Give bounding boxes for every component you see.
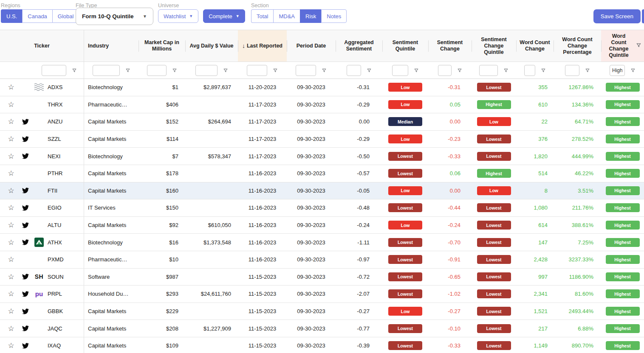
table-row-soun[interactable]: ☆SHSOUNSoftware$98711-15-202309-30-2023-…	[0, 269, 644, 286]
filter-input-agg[interactable]	[347, 65, 361, 76]
section-button-mdanda[interactable]: MD&A	[273, 9, 300, 23]
table-row-anzu[interactable]: ☆ANZUCapital Markets$152$264,69411-17-20…	[0, 113, 644, 131]
column-header-sc[interactable]: Sentiment Change	[428, 30, 472, 62]
universe-button-watchlist[interactable]: Watchlist▼	[158, 9, 198, 23]
filter-active-icon[interactable]	[636, 42, 641, 50]
table-row-athx[interactable]: ☆ATHXBiotechnology$16$1,373,54811-16-202…	[0, 234, 644, 251]
section-button-notes[interactable]: Notes	[321, 9, 347, 23]
filter-input-pct[interactable]	[565, 65, 579, 76]
star-icon[interactable]: ☆	[7, 186, 15, 195]
star-icon[interactable]: ☆	[7, 238, 15, 247]
star-icon[interactable]: ☆	[7, 272, 15, 281]
cell-value: 217	[538, 325, 548, 332]
table-row-nexi[interactable]: ☆NEXIBiotechnology$7$578,34711-17-202309…	[0, 148, 644, 165]
filter-funnel-icon[interactable]	[585, 68, 590, 73]
twitter-icon[interactable]	[21, 222, 30, 229]
partial-button[interactable]	[642, 9, 644, 23]
cell-value: -0.39	[357, 342, 370, 349]
table-row-thrx[interactable]: ☆THRXPharmaceutic…$40611-17-202309-30-20…	[0, 96, 644, 114]
table-row-jaqc[interactable]: ☆JAQCCapital Markets$208$1,227,90911-15-…	[0, 320, 644, 337]
filter-funnel-icon[interactable]	[367, 68, 372, 73]
filter-input-wccq[interactable]	[610, 65, 625, 76]
twitter-icon[interactable]	[21, 291, 30, 297]
region-button-global[interactable]: Global	[52, 9, 79, 23]
filter-funnel-icon[interactable]	[125, 68, 130, 73]
star-icon[interactable]: ☆	[7, 83, 15, 92]
twitter-icon[interactable]	[21, 153, 30, 160]
table-row-gbbk[interactable]: ☆GBBKCapital Markets$22911-15-202309-30-…	[0, 303, 644, 320]
table-row-egio[interactable]: ☆EGIOIT Services$15011-16-202309-30-2023…	[0, 199, 644, 217]
table-row-ixaq[interactable]: ☆IXAQCapital Markets$10911-15-202309-30-…	[0, 337, 644, 353]
region-button-us[interactable]: U.S.	[1, 9, 22, 23]
filter-input-mcap[interactable]	[147, 65, 167, 76]
filter-funnel-icon[interactable]	[630, 68, 636, 73]
filter-funnel-icon[interactable]	[172, 68, 177, 73]
star-icon[interactable]: ☆	[7, 117, 15, 126]
universe-button-complete[interactable]: Complete▼	[203, 9, 245, 23]
column-header-industry[interactable]: Industry	[84, 30, 138, 62]
star-icon[interactable]: ☆	[7, 100, 15, 109]
star-icon[interactable]: ☆	[7, 289, 15, 298]
filter-input-ticker[interactable]	[42, 65, 66, 76]
filter-input-avg[interactable]	[195, 65, 217, 76]
table-row-ftii[interactable]: ☆FTIICapital Markets$16011-16-202309-30-…	[0, 182, 644, 200]
star-icon[interactable]: ☆	[7, 203, 15, 212]
column-header-wcc[interactable]: Word Count Change	[516, 30, 554, 62]
filter-funnel-icon[interactable]	[322, 68, 327, 73]
table-row-pthr[interactable]: ☆PTHRCapital Markets$17811-16-202309-30-…	[0, 165, 644, 182]
column-header-ticker[interactable]: Ticker	[0, 30, 84, 62]
region-button-canada[interactable]: Canada	[22, 9, 52, 23]
save-screen-button[interactable]: Save Screen	[593, 9, 641, 23]
table-row-altu[interactable]: ☆ALTUCapital Markets$92$610,05011-16-202…	[0, 217, 644, 234]
star-icon[interactable]: ☆	[7, 324, 15, 333]
table-row-szzl[interactable]: ☆SZZLCapital Markets$11411-17-202309-30-…	[0, 131, 644, 148]
table-row-adxs[interactable]: ☆ADXSBiotechnology$1$2,897,63711-20-2023…	[0, 79, 644, 96]
filter-input-period[interactable]	[296, 65, 316, 76]
filter-funnel-icon[interactable]	[273, 68, 278, 73]
file-type-dropdown[interactable]: Form 10-Q Quintile ▼	[76, 8, 153, 25]
column-header-mcap[interactable]: Market Cap in Millions	[138, 30, 185, 62]
twitter-icon[interactable]	[21, 239, 30, 246]
filter-input-last[interactable]	[247, 65, 267, 76]
column-header-period[interactable]: Period Date	[287, 30, 336, 62]
column-header-last[interactable]: ↓Last Reported	[238, 30, 287, 62]
twitter-icon[interactable]	[21, 342, 30, 349]
star-icon[interactable]: ☆	[7, 134, 15, 143]
twitter-icon[interactable]	[21, 118, 30, 125]
twitter-icon[interactable]	[21, 187, 30, 194]
filter-funnel-icon[interactable]	[223, 68, 228, 73]
star-icon[interactable]: ☆	[7, 341, 15, 350]
twitter-icon[interactable]	[21, 205, 30, 211]
column-header-scq[interactable]: Sentiment Change Quintile	[472, 30, 516, 62]
star-icon[interactable]: ☆	[7, 221, 15, 230]
section-button-total[interactable]: Total	[251, 9, 273, 23]
cell-value: 09-30-2023	[297, 222, 325, 228]
table-row-pxmd[interactable]: ☆PXMDPharmaceutic…$1011-16-202309-30-202…	[0, 251, 644, 269]
filter-funnel-icon[interactable]	[457, 68, 462, 73]
filter-funnel-icon[interactable]	[414, 68, 419, 73]
star-icon[interactable]: ☆	[7, 255, 15, 264]
column-header-pct[interactable]: Word Count Change Percentage	[554, 30, 601, 62]
filter-funnel-icon[interactable]	[503, 68, 508, 73]
star-icon[interactable]: ☆	[7, 307, 15, 316]
filter-input-wcc[interactable]	[524, 65, 535, 76]
star-icon[interactable]: ☆	[7, 152, 15, 161]
column-header-wccq[interactable]: Word Count Change Quintile	[601, 30, 644, 62]
column-header-avg[interactable]: Avg Daily $ Value	[185, 30, 238, 62]
market-cap-cell: $7	[138, 148, 185, 165]
column-header-agg[interactable]: Aggregated Sentiment	[336, 30, 382, 62]
star-icon[interactable]: ☆	[7, 169, 15, 178]
table-row-prpl[interactable]: ☆puPRPLHousehold Du…$293$24,611,76011-15…	[0, 286, 644, 303]
filter-input-sc[interactable]	[438, 65, 452, 76]
filter-input-industry[interactable]	[93, 65, 120, 76]
filter-input-sq[interactable]	[392, 65, 408, 76]
twitter-icon[interactable]	[21, 136, 30, 143]
twitter-icon[interactable]	[21, 273, 30, 280]
column-header-sq[interactable]: Sentiment Quintile	[382, 30, 428, 62]
twitter-icon[interactable]	[21, 325, 30, 332]
filter-funnel-icon[interactable]	[72, 68, 77, 73]
twitter-icon[interactable]	[21, 308, 30, 315]
filter-funnel-icon[interactable]	[541, 68, 546, 73]
filter-input-scq[interactable]	[479, 65, 498, 76]
section-button-risk[interactable]: Risk	[300, 9, 321, 23]
